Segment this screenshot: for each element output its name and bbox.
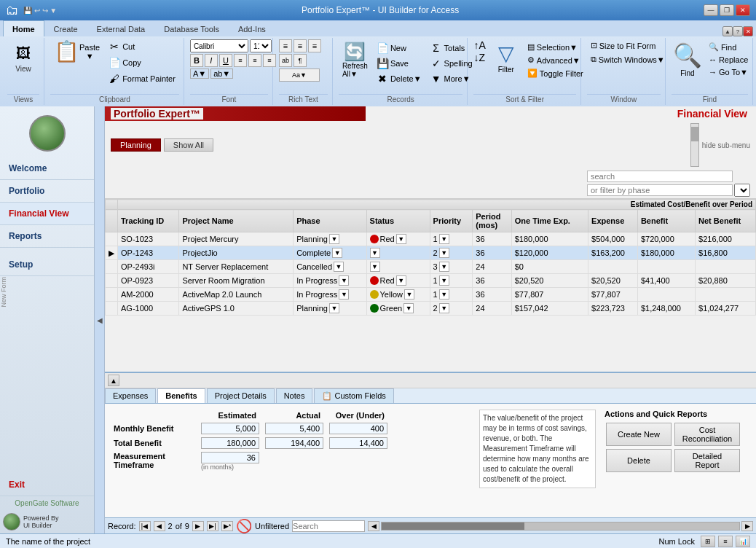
- monthly-actual-input[interactable]: [265, 423, 323, 434]
- rtf-align-btn1[interactable]: ≡: [279, 39, 292, 52]
- rec-next-button[interactable]: ▶: [192, 521, 204, 531]
- show-all-button[interactable]: Show All: [164, 138, 213, 152]
- h-scroll-left[interactable]: ◀: [368, 521, 379, 531]
- detail-nav-up[interactable]: ▲: [108, 375, 119, 386]
- minimize-button[interactable]: —: [704, 4, 718, 16]
- tab-create[interactable]: Create: [44, 20, 87, 36]
- phase-dropdown[interactable]: ▼: [329, 234, 339, 244]
- font-size-select[interactable]: 11: [250, 39, 272, 52]
- mini-scrollbar[interactable]: [690, 123, 699, 167]
- tab-add-ins[interactable]: Add-Ins: [229, 20, 275, 36]
- tab-project-details[interactable]: Project Details: [207, 388, 275, 403]
- hide-submenu-link[interactable]: hide sub-menu: [702, 141, 750, 149]
- rec-prev-button[interactable]: ◀: [154, 521, 165, 531]
- timeframe-input[interactable]: [201, 452, 259, 463]
- goto-button[interactable]: →Go To▼: [705, 66, 752, 78]
- paste-dropdown[interactable]: ▼: [86, 52, 94, 60]
- rtf-btn5[interactable]: ¶: [294, 54, 307, 67]
- priority-dropdown[interactable]: ▼: [439, 248, 449, 258]
- phase-dropdown[interactable]: ▼: [332, 248, 342, 258]
- tab-database-tools[interactable]: Database Tools: [154, 20, 229, 36]
- ribbon-minimize-button[interactable]: ▲: [722, 26, 733, 36]
- phase-select[interactable]: [734, 184, 750, 197]
- find-small-button[interactable]: 🔍Find: [705, 41, 752, 53]
- close-button[interactable]: ✕: [736, 4, 750, 16]
- nav-item-financial-view[interactable]: Financial View: [0, 203, 94, 225]
- phase-dropdown[interactable]: ▼: [329, 303, 339, 313]
- rtf-align-btn2[interactable]: ≡: [294, 39, 307, 52]
- table-row[interactable]: SO-1023Project MercuryPlanning▼Red▼1▼36$…: [106, 232, 756, 246]
- nav-item-exit[interactable]: Exit: [0, 474, 94, 496]
- phase-dropdown[interactable]: ▼: [339, 275, 349, 286]
- refresh-all-button[interactable]: 🔄 RefreshAll▼: [339, 39, 371, 80]
- rtf-btn6[interactable]: Aa▼: [279, 68, 320, 82]
- tab-notes[interactable]: Notes: [276, 388, 313, 403]
- underline-button[interactable]: U: [219, 54, 232, 67]
- rtf-align-btn3[interactable]: ≡: [308, 39, 321, 52]
- priority-dropdown[interactable]: ▼: [439, 262, 449, 272]
- tab-home[interactable]: Home: [3, 20, 44, 36]
- rtf-btn4[interactable]: ab: [279, 54, 292, 67]
- record-search-input[interactable]: [292, 520, 365, 532]
- priority-dropdown[interactable]: ▼: [439, 303, 449, 313]
- nav-item-welcome[interactable]: Welcome: [0, 157, 94, 180]
- view-button[interactable]: 🖼 View: [7, 39, 39, 75]
- switch-windows-button[interactable]: ⧉Switch Windows▼: [587, 53, 669, 66]
- size-to-fit-button[interactable]: ⊡Size to Fit Form: [587, 39, 660, 52]
- total-estimated-input[interactable]: [201, 437, 259, 449]
- ribbon-help-button[interactable]: ?: [733, 26, 743, 36]
- save-record-button[interactable]: 💾Save: [373, 56, 425, 71]
- italic-button[interactable]: I: [205, 54, 218, 67]
- planning-button[interactable]: Planning: [111, 138, 161, 152]
- cost-reconciliation-button[interactable]: Cost Reconciliation: [674, 423, 740, 446]
- view-icon-3[interactable]: 📊: [736, 536, 750, 547]
- detailed-report-button[interactable]: Detailed Report: [674, 449, 740, 472]
- status-dropdown[interactable]: ▼: [370, 262, 380, 272]
- font-family-select[interactable]: Calibri: [190, 39, 248, 52]
- nav-collapse-button[interactable]: ◀: [95, 106, 105, 533]
- filter-button[interactable]: ▽ Filter: [490, 39, 522, 76]
- align-left-button[interactable]: ≡: [234, 54, 247, 67]
- delete-record-button[interactable]: ✖Delete▼: [373, 71, 425, 86]
- table-row[interactable]: AG-1000ActiveGPS 1.0Planning▼Green▼2▼24$…: [106, 302, 756, 316]
- new-record-button[interactable]: 📄New: [373, 41, 425, 55]
- nav-item-reports[interactable]: Reports: [0, 225, 94, 248]
- table-row[interactable]: ▶OP-1243ProjectJioComplete▼▼2▼36$120,000…: [106, 246, 756, 260]
- rec-first-button[interactable]: |◀: [139, 521, 151, 531]
- search-input[interactable]: [587, 171, 733, 182]
- status-dropdown[interactable]: ▼: [403, 303, 414, 313]
- priority-dropdown[interactable]: ▼: [439, 275, 449, 286]
- cut-button[interactable]: ✂Cut: [105, 39, 179, 54]
- monthly-estimated-input[interactable]: [201, 423, 259, 434]
- ribbon-close-button[interactable]: ✕: [743, 26, 753, 36]
- total-over-under-input[interactable]: [329, 437, 387, 449]
- nav-item-setup[interactable]: Setup: [0, 254, 94, 276]
- delete-project-button[interactable]: Delete: [606, 449, 672, 472]
- phase-filter-input[interactable]: [587, 184, 733, 196]
- table-row[interactable]: OP-2493iNT Server ReplacementCancelled▼▼…: [106, 260, 756, 274]
- total-actual-input[interactable]: [265, 437, 323, 449]
- toggle-filter-button[interactable]: 🔽Toggle Filter: [524, 67, 587, 79]
- status-dropdown[interactable]: ▼: [404, 289, 414, 300]
- advanced-button[interactable]: ⚙Advanced▼: [524, 54, 587, 66]
- paste-button[interactable]: 📋 Paste ▼: [50, 39, 103, 64]
- phase-dropdown[interactable]: ▼: [334, 262, 344, 272]
- replace-button[interactable]: ↔Replace: [705, 54, 752, 66]
- view-icon-2[interactable]: ≡: [718, 536, 733, 547]
- h-scroll-right[interactable]: ▶: [741, 521, 753, 531]
- tab-custom-fields[interactable]: 📋 Custom Fields: [314, 388, 393, 403]
- sort-asc-button[interactable]: ↑A: [473, 39, 485, 51]
- rec-last-button[interactable]: ▶|: [207, 521, 218, 531]
- rec-new-button[interactable]: ▶*: [221, 521, 233, 531]
- find-button[interactable]: 🔍 Find: [672, 39, 704, 79]
- bold-button[interactable]: B: [190, 54, 203, 67]
- filter-x-icon[interactable]: 🚫: [236, 518, 252, 534]
- status-dropdown[interactable]: ▼: [370, 248, 380, 258]
- view-icon-1[interactable]: ⊞: [701, 536, 715, 547]
- create-new-button[interactable]: Create New: [606, 423, 672, 446]
- sort-desc-button[interactable]: ↓Z: [473, 52, 485, 63]
- monthly-over-under-input[interactable]: [329, 423, 387, 434]
- format-painter-button[interactable]: 🖌Format Painter: [105, 71, 179, 86]
- tab-benefits[interactable]: Benefits: [157, 388, 205, 403]
- tab-expenses[interactable]: Expenses: [105, 388, 156, 403]
